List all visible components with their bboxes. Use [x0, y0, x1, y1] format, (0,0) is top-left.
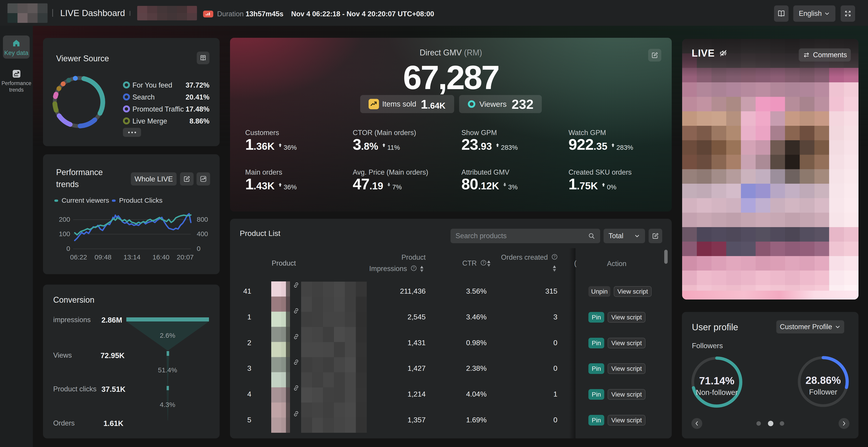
svg-text:?: ? — [413, 266, 415, 270]
svg-text:?: ? — [483, 261, 485, 265]
svg-text:?: ? — [554, 255, 556, 259]
